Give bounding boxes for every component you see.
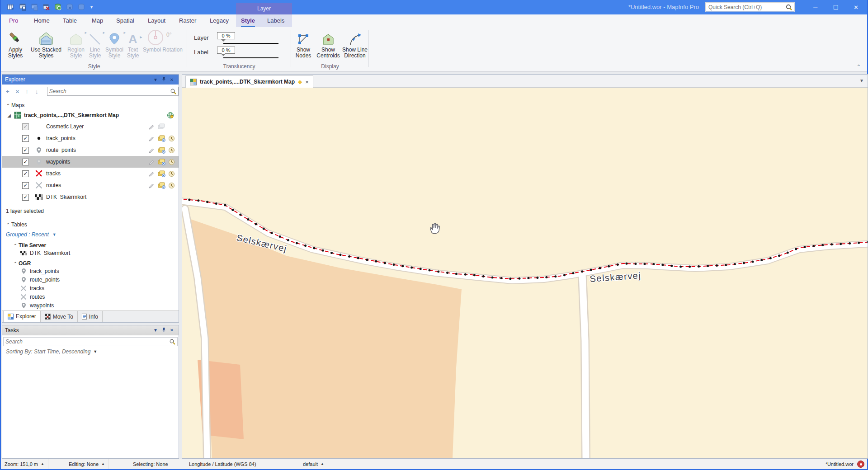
collapse-ribbon-icon[interactable]: ⌃ <box>857 64 861 70</box>
map-canvas[interactable]: Selskærvej Selskærvej <box>182 88 868 458</box>
explorer-search-input[interactable] <box>49 88 170 94</box>
map-document-tab[interactable]: track_points,....DTK_Skærmkort Map ◆ × <box>185 75 313 88</box>
tasks-close-icon[interactable]: ✕ <box>168 328 176 333</box>
zoom-range-icon[interactable] <box>168 159 175 165</box>
layer-checkbox[interactable]: ✓ <box>22 182 29 189</box>
edit-style-icon[interactable] <box>148 159 155 165</box>
tab-spatial[interactable]: Spatial <box>116 14 134 27</box>
status-projection[interactable]: Longitude / Latitude (WGS 84) <box>185 459 260 469</box>
status-zoom[interactable]: Zoom: 151,0 m▲ <box>1 459 48 469</box>
layer-checkbox[interactable]: ✓ <box>22 135 29 142</box>
grouping-selector[interactable]: Grouped : Recent ▼ <box>2 229 179 240</box>
edit-style-icon[interactable] <box>148 147 155 154</box>
tables-section-header[interactable]: ⌃ Tables <box>2 219 179 230</box>
layer-table-icon[interactable] <box>158 182 165 189</box>
layer-row-cosmetic[interactable]: ✓ Cosmetic Layer <box>2 121 179 132</box>
layer-table-icon[interactable] <box>158 170 165 177</box>
layer-checkbox[interactable]: ✓ <box>22 170 29 177</box>
quick-search-box[interactable] <box>705 2 795 12</box>
layer-checkbox[interactable]: ✓ <box>22 147 29 154</box>
tab-raster[interactable]: Raster <box>179 14 196 27</box>
database-icon[interactable] <box>78 3 85 11</box>
label-translucency-slider[interactable] <box>223 57 278 58</box>
table-item-track-points[interactable]: track_points <box>2 267 179 275</box>
maps-section-header[interactable]: ⌃ Maps <box>2 100 179 111</box>
explorer-close-icon[interactable]: ✕ <box>168 77 176 82</box>
dock-tab-explorer[interactable]: Explorer <box>3 311 41 322</box>
layer-translucency-slider[interactable] <box>223 43 278 44</box>
move-up-icon[interactable]: ↑ <box>25 88 35 95</box>
layer-checkbox[interactable]: ✓ <box>22 123 29 130</box>
quick-search-input[interactable] <box>708 4 785 10</box>
edit-style-icon[interactable] <box>148 182 155 189</box>
open-table-icon[interactable] <box>7 3 15 11</box>
zoom-range-icon[interactable] <box>168 135 175 142</box>
explorer-menu-icon[interactable]: ▼ <box>151 77 160 82</box>
open-database-icon[interactable] <box>54 3 62 11</box>
explorer-pin-icon[interactable] <box>160 76 168 83</box>
apply-styles-button[interactable]: Apply Styles <box>4 29 27 59</box>
status-style[interactable]: default▲ <box>299 459 328 469</box>
table-item-routes[interactable]: routes <box>2 293 179 301</box>
layer-row-track-points[interactable]: ✓ track_points <box>2 132 179 144</box>
notification-icon[interactable] <box>857 461 864 468</box>
expanded-triangle-icon[interactable]: ◢ <box>6 113 12 118</box>
globe-icon[interactable] <box>167 112 174 119</box>
layer-table-icon[interactable] <box>158 135 165 142</box>
layer-checkbox[interactable]: ✓ <box>22 159 29 165</box>
layer-row-tracks[interactable]: ✓ tracks <box>2 168 179 179</box>
close-button[interactable]: ✕ <box>846 0 866 14</box>
dock-tab-info[interactable]: Info <box>78 311 103 322</box>
edit-style-icon[interactable] <box>148 170 155 177</box>
layer-row-waypoints[interactable]: ✓ waypoints <box>2 156 179 168</box>
layer-table-icon[interactable] <box>158 123 165 130</box>
show-nodes-button[interactable]: Show Nodes <box>293 29 314 59</box>
close-tab-icon[interactable]: × <box>305 79 309 85</box>
tab-layout[interactable]: Layout <box>148 14 165 27</box>
layer-row-route-points[interactable]: ✓ route_points <box>2 144 179 156</box>
edit-style-icon[interactable] <box>148 123 155 130</box>
tab-home[interactable]: Home <box>34 14 50 27</box>
show-line-direction-button[interactable]: Show Line Direction <box>342 29 368 59</box>
tab-list-chevron-icon[interactable]: ▼ <box>859 78 864 83</box>
save-table-icon[interactable] <box>31 3 38 11</box>
table-item-route-points[interactable]: route_points <box>2 276 179 284</box>
edit-style-icon[interactable] <box>148 135 155 142</box>
dock-tab-move-to[interactable]: Move To <box>41 311 78 322</box>
layer-row-routes[interactable]: ✓ routes <box>2 179 179 191</box>
map-tree-item[interactable]: ◢ track_points,...,DTK_Skærmkort Map <box>2 110 179 121</box>
tab-table[interactable]: Table <box>63 14 77 27</box>
table-item-waypoints[interactable]: waypoints <box>2 301 179 310</box>
search-icon[interactable] <box>785 4 793 11</box>
zoom-range-icon[interactable] <box>168 147 175 154</box>
minimize-button[interactable]: ─ <box>805 0 826 14</box>
close-database-icon[interactable] <box>66 3 74 11</box>
tasks-search-input[interactable] <box>5 338 169 345</box>
status-editing[interactable]: Editing: None▲ <box>65 459 109 469</box>
show-centroids-button[interactable]: Show Centroids <box>315 29 342 59</box>
layer-row-dtk-skaermkort[interactable]: ✓ DTK_Skærmkort <box>2 191 179 203</box>
remove-icon[interactable]: × <box>16 88 26 95</box>
tasks-sorting[interactable]: Sorting By: Start Time, Descending ▼ <box>2 346 179 355</box>
close-table-icon[interactable] <box>42 3 50 11</box>
add-icon[interactable]: + <box>6 88 16 95</box>
maximize-button[interactable]: ☐ <box>826 0 846 14</box>
table-item-tracks[interactable]: tracks <box>2 284 179 292</box>
explorer-search-box[interactable] <box>47 87 179 96</box>
zoom-range-icon[interactable] <box>168 170 175 177</box>
layer-table-icon[interactable] <box>158 147 165 154</box>
tasks-menu-icon[interactable]: ▼ <box>151 328 160 333</box>
tab-map[interactable]: Map <box>92 14 103 27</box>
tab-pro[interactable]: Pro <box>9 14 18 27</box>
layer-checkbox[interactable]: ✓ <box>22 194 29 201</box>
tasks-search-box[interactable] <box>3 337 178 346</box>
tab-labels[interactable]: Labels <box>267 14 284 27</box>
zoom-range-icon[interactable] <box>168 182 175 189</box>
use-stacked-styles-button[interactable]: Use Stacked Styles <box>29 29 63 59</box>
customize-quick-access-icon[interactable]: ▾ <box>90 5 93 9</box>
table-item-dtk-skaermkort[interactable]: DTK_Skærmkort <box>2 249 179 257</box>
tab-style[interactable]: Style <box>241 14 255 27</box>
save-workspace-icon[interactable] <box>19 3 27 11</box>
tasks-pin-icon[interactable] <box>160 327 168 334</box>
move-down-icon[interactable]: ↓ <box>35 88 45 95</box>
